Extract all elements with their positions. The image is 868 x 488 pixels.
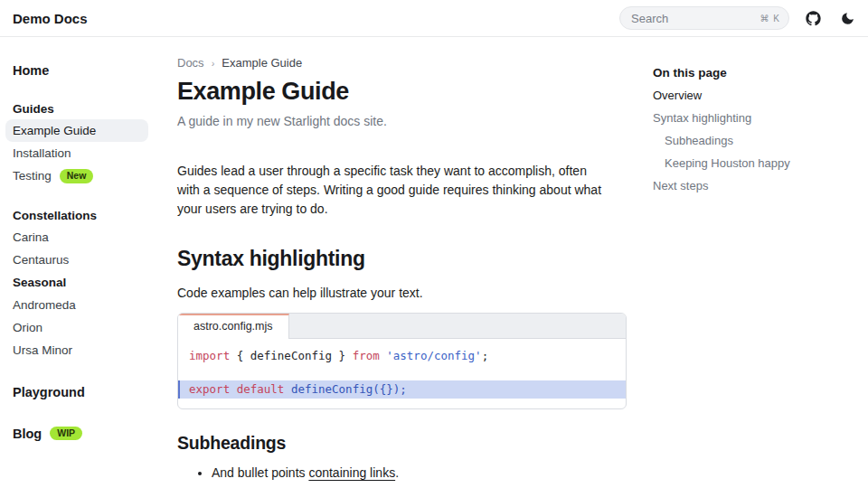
page-title: Example Guide [177,78,627,106]
code-token: defineConfig({}); [284,382,406,396]
bullet-item: And bullet points containing links. [212,464,627,483]
code-tab-bar: astro.config.mjs [178,314,626,339]
containing-links-link[interactable]: containing links [308,465,395,480]
sidebar-item-testing[interactable]: TestingNew [13,164,159,188]
badge-wip: WIP [50,427,82,441]
code-line [178,364,626,380]
code-area[interactable]: import { defineConfig } from 'astro/conf… [178,339,626,408]
breadcrumb-current: Example Guide [222,56,302,70]
code-token: { defineConfig } [230,349,352,362]
toc-link-next-steps[interactable]: Next steps [653,175,859,196]
bullet-text: And bullet points [212,465,308,480]
sidebar-item-example-guide[interactable]: Example Guide [5,119,148,142]
sidebar-item-label: Home [13,63,49,78]
site-title[interactable]: Demo Docs [13,11,88,26]
search-placeholder: Search [631,12,760,25]
bullet-text-suffix: . [395,465,399,480]
intro-paragraph: Guides lead a user through a specific ta… [177,162,609,219]
sidebar-item-label: Example Guide [13,124,96,137]
sidebar-item-label: Seasonal [13,276,66,289]
breadcrumb: Docs › Example Guide [177,56,627,70]
toc-link-subheadings[interactable]: Subheadings [653,130,859,151]
code-token: import [189,349,230,362]
bullet-list: And bullet points containing links. [177,464,627,483]
sidebar-item-label: Andromeda [13,298,76,312]
sidebar-item-andromeda[interactable]: Andromeda [13,294,159,316]
site-header: Demo Docs Search ⌘ K [0,0,868,37]
syntax-lead-paragraph: Code examples can help illustrate your t… [177,286,627,300]
sidebar-item-centaurus[interactable]: Centaurus [13,249,159,271]
toc-title: On this page [653,62,859,83]
sidebar-item-constellations: Constellations [13,205,159,226]
code-token: default [237,382,285,396]
heading-subheadings: Subheadings [177,433,627,454]
sidebar-item-label: Ursa Minor [13,343,72,357]
badge-new: New [60,169,94,183]
heading-syntax-highlighting: Syntax highlighting [177,247,627,271]
toc-link-overview[interactable]: Overview [653,85,859,106]
breadcrumb-root-link[interactable]: Docs [177,56,204,70]
sidebar-item-carina[interactable]: Carina [13,226,159,249]
code-tab-filename[interactable]: astro.config.mjs [178,314,289,339]
github-icon[interactable] [806,11,821,26]
code-token: 'astro/config' [380,349,482,362]
sidebar-item-orion[interactable]: Orion [13,316,159,339]
toc-list: OverviewSyntax highlightingSubheadingsKe… [653,85,859,196]
sidebar-item-seasonal[interactable]: Seasonal [13,271,159,294]
toc-link-syntax-highlighting[interactable]: Syntax highlighting [653,108,859,128]
code-line-highlighted: export default defineConfig({}); [178,380,626,399]
search-shortcut-kbd: ⌘ K [760,14,780,23]
code-token: ; [482,349,489,362]
sidebar-item-guides: Guides [13,99,159,119]
sidebar-item-playground[interactable]: Playground [13,381,159,403]
code-block: astro.config.mjs import { defineConfig }… [177,313,627,409]
sidebar-item-label: Guides [13,102,54,116]
sidebar-item-label: Constellations [13,209,97,222]
sidebar-item-label: Orion [13,321,42,334]
breadcrumb-separator-icon: › [212,58,215,69]
code-line: import { defineConfig } from 'astro/conf… [178,348,626,364]
code-token [230,382,237,396]
on-this-page-panel: On this page OverviewSyntax highlighting… [653,37,859,196]
sidebar-nav: HomeGuidesExample GuideInstallationTesti… [0,37,168,488]
code-token: from [353,349,380,362]
code-token: export [189,382,230,396]
sidebar-item-blog[interactable]: BlogWIP [13,423,159,445]
sidebar-item-label: Carina [13,230,49,244]
sidebar-item-label: Testing [13,169,52,183]
sidebar-item-label: Installation [13,146,71,160]
page-subtitle: A guide in my new Starlight docs site. [177,114,627,128]
sidebar-item-ursa-minor[interactable]: Ursa Minor [13,339,159,361]
sidebar-item-label: Playground [13,385,85,399]
sidebar-item-installation[interactable]: Installation [13,142,159,164]
search-input[interactable]: Search ⌘ K [619,6,789,30]
sidebar-item-label: Blog [13,427,42,441]
sidebar-item-label: Centaurus [13,253,69,267]
dark-mode-toggle-moon-icon[interactable] [840,11,855,26]
toc-link-keeping-houston-happy[interactable]: Keeping Houston happy [653,153,859,174]
main-content: Docs › Example Guide Example Guide A gui… [177,37,627,483]
sidebar-item-home[interactable]: Home [13,60,159,81]
